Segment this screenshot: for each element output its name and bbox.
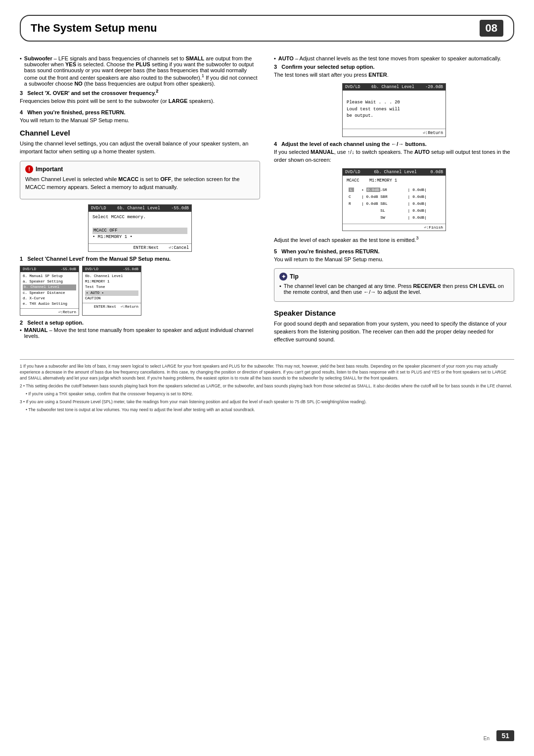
screen-cl-left: DVD/LD xyxy=(85,267,98,271)
manual-bullet: • MANUAL – Move the test tone manually f… xyxy=(20,327,260,339)
channel-level-heading: Channel Level xyxy=(20,129,260,137)
step2-title: 2 Select a setup option. xyxy=(20,320,260,326)
step1-title: 1 Select 'Channel Level' from the Manual… xyxy=(20,256,260,262)
screen1-header: DVD/LD 6b. Channel Level -55.0dB xyxy=(89,205,191,212)
screen3-body: MCACC M1:MEMORY 1 L • 0.0dB-SR | 0.0dB| … xyxy=(343,176,445,224)
channel-level-intro: Using the channel level settings, you ca… xyxy=(20,140,260,156)
screen-cl-footer-right: ENTER:Next ⏎:Return xyxy=(94,305,138,309)
screen3-mcacc-row: MCACC M1:MEMORY 1 xyxy=(347,178,442,185)
screen2-footer: ⏎:Return xyxy=(343,129,445,137)
screen-channel-level-small: DVD/LD -55.0dB 6b. Channel Level M1:MEMO… xyxy=(82,266,141,316)
screen-cl-header: DVD/LD -55.0dB xyxy=(83,266,141,272)
screen3-c-label: C xyxy=(348,194,359,200)
screen3-row-r: R | 0.0dB SBL | 0.0dB| xyxy=(348,201,441,207)
right-column: • AUTO – Adjust channel levels as the te… xyxy=(274,55,514,347)
screen3-r-dash: | 0.0dB SBL xyxy=(360,201,406,207)
screen2-header: DVD/LD 6b. Channel Level -20.0dB xyxy=(343,84,445,91)
screen-cl-line1: Test Tone xyxy=(85,284,138,290)
screen3-c-val: | 0.0dB| xyxy=(407,194,441,200)
speaker-distance-text: For good sound depth and separation from… xyxy=(274,320,514,344)
screen-mcacc-select: DVD/LD 6b. Channel Level -55.0dB Select … xyxy=(88,204,192,252)
screen-cl-caution: CAUTION xyxy=(85,296,138,301)
note2: 2 • This setting decides the cutoff betw… xyxy=(20,383,514,389)
screen3-l-dash: • 0.0dB-SR xyxy=(360,187,406,193)
tip-text: The channel level can be changed at any … xyxy=(284,283,509,295)
note3b: • The subwoofer test tone is output at l… xyxy=(26,407,514,413)
note2-text: 2 • This setting decides the cutoff betw… xyxy=(20,383,512,388)
screen-cl-highlight: • AUTO • xyxy=(85,290,138,296)
step5-return-title: 5 When you're finished, press RETURN. xyxy=(274,248,514,254)
screen-row: DVD/LD -55.0dB 6. Manual SP Setup a. Spe… xyxy=(20,266,260,316)
note1: 1 If you have a subwoofer and like lots … xyxy=(20,364,514,381)
screen3-sr-label xyxy=(348,208,359,214)
screen3-footer-text: ⏎:Finish xyxy=(424,225,443,230)
step5-return-text: You will return to the Manual SP Setup m… xyxy=(274,256,514,264)
important-content: When Channel Level is selected while MCA… xyxy=(25,176,255,191)
header-bar: The System Setup menu 08 xyxy=(20,15,514,42)
step-4-adjust: 4 Adjust the level of each channel using… xyxy=(274,141,514,164)
screen1-header-left: DVD/LD xyxy=(91,206,106,211)
note3: 3 • If you are using a Sound Pressure Le… xyxy=(20,399,514,405)
footer-notes: 1 If you have a subwoofer and like lots … xyxy=(20,359,514,413)
screen-sp-line4: e. THX Audio Setting xyxy=(23,301,76,307)
important-text: Important xyxy=(36,166,63,173)
screen2-body: Please Wait . . . 20 Loud test tones wil… xyxy=(343,91,445,129)
screen1-header-right: -55.0dB xyxy=(171,206,189,211)
screen1-subheader: 6b. Channel Level xyxy=(117,206,160,211)
left-column: • Subwoofer – LFE signals and bass frequ… xyxy=(20,55,260,347)
step3-crossover-text: Frequencies below this point will be sen… xyxy=(20,97,260,105)
screen3-row-l: L • 0.0dB-SR | 0.0dB| xyxy=(348,187,441,193)
screen-please-wait: DVD/LD 6b. Channel Level -20.0dB Please … xyxy=(342,83,446,138)
subwoofer-label: Subwoofer – LFE signals and bass frequen… xyxy=(24,55,258,87)
screen2-header-left: DVD/LD xyxy=(345,85,360,90)
screen-sp-highlight: b. Channel Level xyxy=(23,284,76,290)
chapter-number: 08 xyxy=(480,20,503,37)
auto-text: AUTO – Adjust channel levels as the test… xyxy=(278,55,501,61)
screen3-sw-label xyxy=(348,215,359,221)
screen3-r-val: | 0.0dB| xyxy=(407,201,441,207)
page-number: 51 xyxy=(496,730,514,741)
page-lang: En xyxy=(484,736,490,741)
page-title: The System Setup menu xyxy=(31,22,157,35)
step-5-return: 5 When you're finished, press RETURN. Yo… xyxy=(274,248,514,264)
screen3-l-label: L xyxy=(348,187,359,193)
screen3-row-c: C | 0.0dB SBR | 0.0dB| xyxy=(348,194,441,200)
screen-sp-line3: d. X-Curve xyxy=(23,296,76,301)
screen3-l-val: | 0.0dB| xyxy=(407,187,441,193)
step4-adjust-text: If you selected MANUAL, use ↑/↓ to switc… xyxy=(274,148,514,164)
screen3-header-right: 0.0dB xyxy=(430,170,443,175)
note3-text: 3 • If you are using a Sound Pressure Le… xyxy=(20,399,366,404)
main-content: • Subwoofer – LFE signals and bass frequ… xyxy=(20,55,514,347)
screen3-table: L • 0.0dB-SR | 0.0dB| C | 0.0dB SBR | 0.… xyxy=(347,186,442,222)
screen-cl-body: 6b. Channel Level M1:MEMORY 1 Test Tone … xyxy=(83,272,141,303)
screen1-footer-right: ⏎:Cancel xyxy=(169,245,189,250)
important-icon: ! xyxy=(25,165,33,173)
step-2-setup-option: 2 Select a setup option. • MANUAL – Move… xyxy=(20,320,260,339)
tip-label: ✦ Tip xyxy=(279,273,509,281)
screen3-sr-dash: SL xyxy=(360,208,406,214)
tip-icon: ✦ xyxy=(279,273,287,281)
screen3-header-left: DVD/LD xyxy=(345,170,360,175)
screen1-option: • M1:MEMORY 1 • xyxy=(92,234,187,241)
step3-confirm-title: 3 Confirm your selected setup option. xyxy=(274,64,514,70)
tip-content: • The channel level can be changed at an… xyxy=(279,283,509,295)
subwoofer-bullet: • Subwoofer – LFE signals and bass frequ… xyxy=(20,55,260,87)
screen-manual-sp-setup: DVD/LD -55.0dB 6. Manual SP Setup a. Spe… xyxy=(20,266,79,316)
screen-ch-levels: DVD/LD 6b. Channel Level 0.0dB MCACC M1:… xyxy=(342,168,446,231)
screen2-subheader: 6b. Channel Level xyxy=(371,85,414,90)
screen-sp-left: DVD/LD xyxy=(23,267,36,271)
screen1-footer-left: ENTER:Next xyxy=(134,245,159,250)
tip-label-text: Tip xyxy=(290,273,299,280)
step4-return-text: You will return to the Manual SP Setup m… xyxy=(20,117,260,125)
emitted-text: Adjust the level of each speaker as the … xyxy=(274,235,514,244)
screen-cl-footer: ENTER:Next ⏎:Return xyxy=(83,303,141,310)
screen-sp-right: -55.0dB xyxy=(60,267,76,271)
step-1-channel-level: 1 Select 'Channel Level' from the Manual… xyxy=(20,256,260,262)
manual-text: MANUAL – Move the test tone manually fro… xyxy=(24,327,260,339)
screen3-sw-val: | 0.0dB| xyxy=(407,215,441,221)
screen3-sw-dash: SW xyxy=(360,215,406,221)
screen3-r-label: R xyxy=(348,201,359,207)
tip-box: ✦ Tip • The channel level can be changed… xyxy=(274,268,514,302)
speaker-distance-heading: Speaker Distance xyxy=(274,309,514,317)
screen1-line1: Select MCACC memory. xyxy=(92,214,187,221)
